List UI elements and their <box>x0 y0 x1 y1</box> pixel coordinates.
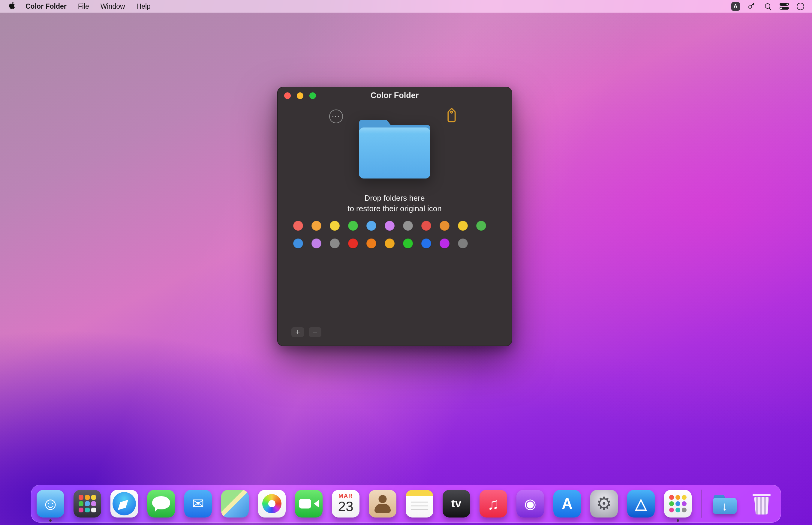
dock-item-settings[interactable]: ⚙ <box>590 485 618 523</box>
color-swatch[interactable] <box>385 239 395 249</box>
dock-item-appstore[interactable]: A <box>553 485 581 523</box>
dock-item-safari[interactable]: ◆ <box>110 485 138 523</box>
dock-item-colorfolder-app[interactable] <box>664 485 692 523</box>
launchpad-icon <box>74 490 101 518</box>
folder-drop-zone[interactable] <box>354 112 435 182</box>
key-icon <box>748 1 756 11</box>
status-ring-icon <box>797 3 804 10</box>
color-swatch[interactable] <box>293 221 303 231</box>
traffic-lights <box>284 92 316 99</box>
dock-item-triangle-app[interactable]: △ <box>627 485 655 523</box>
dock-item-music[interactable]: ♫ <box>480 485 507 523</box>
dock-item-podcasts[interactable]: ◉ <box>516 485 544 523</box>
color-folder-window: Color Folder ··· <box>277 87 512 346</box>
minimize-button[interactable] <box>297 92 303 99</box>
input-source-menu[interactable]: A <box>730 1 741 11</box>
dock-item-facetime[interactable] <box>295 485 322 523</box>
running-indicator <box>49 519 51 522</box>
menu-bar-status: A <box>730 1 806 11</box>
swatch-rows <box>293 221 486 249</box>
window-titlebar[interactable]: Color Folder <box>277 87 512 104</box>
messages-icon <box>147 490 175 518</box>
menu-help[interactable]: Help <box>131 0 156 13</box>
dock: ☺◆✉MAR23tv♫◉A⚙△↓ <box>31 485 781 523</box>
mail-icon: ✉ <box>184 490 212 518</box>
color-swatch[interactable] <box>293 239 303 249</box>
color-swatch[interactable] <box>403 239 413 249</box>
dock-item-launchpad[interactable] <box>74 485 101 523</box>
menu-file[interactable]: File <box>72 0 95 13</box>
key-status-menu[interactable] <box>746 1 757 11</box>
apple-logo-icon <box>9 1 15 11</box>
close-button[interactable] <box>284 92 291 99</box>
color-swatch[interactable] <box>366 221 376 231</box>
drop-instructions-line2: to restore their original icon <box>277 204 512 214</box>
menu-app-name[interactable]: Color Folder <box>20 0 72 13</box>
running-indicator <box>677 519 679 522</box>
menu-bar-left: Color Folder File Window Help <box>6 0 156 13</box>
podcasts-icon: ◉ <box>516 490 544 518</box>
color-swatch[interactable] <box>421 239 431 249</box>
search-icon <box>764 2 772 11</box>
color-swatch[interactable] <box>458 221 468 231</box>
color-swatch[interactable] <box>421 221 431 231</box>
facetime-icon <box>295 490 322 518</box>
downloads-icon: ↓ <box>711 490 738 518</box>
settings-icon: ⚙ <box>590 490 618 518</box>
dock-item-maps[interactable] <box>221 485 249 523</box>
dock-item-photos[interactable] <box>258 485 286 523</box>
dock-item-mail[interactable]: ✉ <box>184 485 212 523</box>
color-swatch[interactable] <box>440 221 450 231</box>
dock-item-downloads[interactable]: ↓ <box>711 485 738 523</box>
color-swatch[interactable] <box>476 221 486 231</box>
color-swatch[interactable] <box>440 239 450 249</box>
dock-item-messages[interactable] <box>147 485 175 523</box>
dock-item-calendar[interactable]: MAR23 <box>332 485 360 523</box>
swatch-row <box>293 239 486 249</box>
triangle-app-icon: △ <box>627 490 655 518</box>
color-swatch[interactable] <box>330 221 340 231</box>
tag-button[interactable] <box>445 106 459 124</box>
appletv-icon: tv <box>442 490 470 518</box>
maps-icon <box>221 490 249 518</box>
color-swatch[interactable] <box>403 221 413 231</box>
status-ring-menu[interactable] <box>795 1 806 11</box>
color-swatch[interactable] <box>348 221 358 231</box>
dock-separator <box>701 490 702 518</box>
color-swatch[interactable] <box>312 239 321 249</box>
dock-item-notes[interactable] <box>406 485 433 523</box>
color-swatch[interactable] <box>330 239 340 249</box>
ellipsis-icon: ··· <box>332 113 340 120</box>
control-center-menu[interactable] <box>778 1 790 11</box>
calendar-icon: MAR23 <box>332 490 360 518</box>
more-options-button[interactable]: ··· <box>329 109 343 123</box>
control-center-icon <box>780 3 789 10</box>
finder-icon: ☺ <box>36 490 64 518</box>
color-swatch[interactable] <box>348 239 358 249</box>
photos-icon <box>258 490 286 518</box>
folder-icon <box>354 178 435 183</box>
spotlight-menu[interactable] <box>762 1 773 11</box>
notes-icon <box>406 490 433 518</box>
dock-item-contacts[interactable] <box>369 485 396 523</box>
dock-item-appletv[interactable]: tv <box>442 485 470 523</box>
apple-menu[interactable] <box>6 1 20 11</box>
menu-window[interactable]: Window <box>95 0 131 13</box>
safari-icon: ◆ <box>110 490 138 518</box>
remove-color-button[interactable]: − <box>309 327 321 337</box>
zoom-button[interactable] <box>310 92 316 99</box>
tag-icon <box>446 107 457 123</box>
color-swatch[interactable] <box>385 221 395 231</box>
add-color-button[interactable]: + <box>291 327 304 337</box>
color-swatch[interactable] <box>458 239 468 249</box>
dock-item-trash[interactable] <box>748 485 776 523</box>
input-source-icon: A <box>731 2 740 11</box>
contacts-icon <box>369 490 396 518</box>
color-swatch[interactable] <box>366 239 376 249</box>
swatch-row <box>293 221 486 231</box>
dock-item-finder[interactable]: ☺ <box>36 485 64 523</box>
color-swatch[interactable] <box>312 221 321 231</box>
window-actions: + − <box>291 327 321 337</box>
trash-icon <box>748 490 776 518</box>
music-icon: ♫ <box>480 490 507 518</box>
